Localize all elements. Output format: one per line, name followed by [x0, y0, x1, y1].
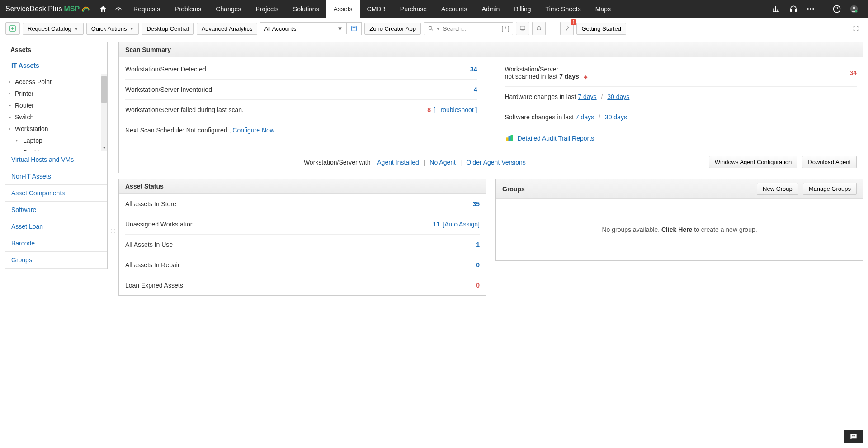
tree-laptop[interactable]: Laptop [5, 135, 107, 146]
svg-rect-27 [510, 135, 513, 141]
getting-started-button[interactable]: Getting Started [576, 23, 626, 35]
nav-billing[interactable]: Billing [507, 0, 538, 18]
windows-agent-config-button[interactable]: Windows Agent Configuration [709, 156, 798, 168]
more-icon[interactable] [802, 0, 819, 18]
status-label: All Assets In Use [125, 241, 476, 248]
sw-7days-link[interactable]: 7 days [576, 113, 594, 121]
scrollbar-down-icon[interactable]: ▾ [101, 145, 107, 151]
nav-requests[interactable]: Requests [126, 0, 167, 18]
summary-value[interactable]: 34 [470, 66, 477, 73]
zoho-creator-button[interactable]: Zoho Creator App [364, 23, 421, 35]
nav-assets[interactable]: Assets [326, 0, 360, 18]
sw-30days-link[interactable]: 30 days [605, 113, 627, 121]
status-value[interactable]: 0 [476, 261, 480, 269]
scrollbar-track[interactable]: ▾ [101, 74, 107, 151]
groups-header: Groups New Group Manage Groups [496, 179, 863, 199]
nav-maps[interactable]: Maps [588, 0, 618, 18]
split-handle[interactable]: ⋮⋮ [111, 42, 115, 301]
scan-summary-header: Scan Summary [119, 42, 863, 57]
accounts-picker-icon[interactable] [346, 23, 361, 34]
tree-desktop[interactable]: Desktop [5, 146, 107, 151]
tree-printer[interactable]: Printer [5, 88, 107, 99]
help-icon[interactable]: ? [828, 0, 845, 18]
advanced-analytics-button[interactable]: Advanced Analytics [197, 23, 258, 35]
nav-problems[interactable]: Problems [167, 0, 208, 18]
hw-changes-row: Hardware changes in last 7 days / 30 day… [505, 93, 857, 100]
caret-down-icon: ▼ [130, 26, 134, 31]
status-value[interactable]: 0 [476, 282, 480, 289]
status-value[interactable]: 11 [433, 221, 440, 228]
notifications-icon-button[interactable] [532, 22, 546, 35]
request-catalog-button[interactable]: Request Catalog▼ [23, 23, 84, 35]
tree-workstation[interactable]: Workstation [5, 123, 107, 135]
download-agent-button[interactable]: Download Agent [802, 156, 857, 168]
hw-7days-link[interactable]: 7 days [578, 93, 596, 100]
tree-switch[interactable]: Switch [5, 111, 107, 123]
scan-icon-button[interactable] [516, 22, 529, 35]
manage-groups-button[interactable]: Manage Groups [803, 183, 857, 195]
nav-admin[interactable]: Admin [475, 0, 507, 18]
gauge-icon[interactable] [111, 0, 126, 18]
caret-down-icon[interactable]: ▼ [436, 26, 440, 31]
older-agent-link[interactable]: Older Agent Versions [466, 159, 526, 166]
new-request-icon-button[interactable] [5, 22, 20, 35]
asset-status-panel: Asset Status All assets In Store35Unassi… [118, 179, 486, 296]
agent-installed-link[interactable]: Agent Installed [377, 159, 419, 166]
sidebar-asset-components[interactable]: Asset Components [5, 185, 107, 202]
sidebar-asset-loan[interactable]: Asset Loan [5, 218, 107, 235]
sidebar-title: Assets [5, 42, 107, 57]
nav-time-sheets[interactable]: Time Sheets [538, 0, 588, 18]
status-row: All assets In Repair0 [125, 255, 480, 275]
caret-down-icon[interactable]: ▼ [333, 25, 346, 32]
create-group-link[interactable]: Click Here [661, 226, 692, 233]
nav-cmdb[interactable]: CMDB [360, 0, 393, 18]
quick-actions-button[interactable]: Quick Actions▼ [86, 23, 139, 35]
sidebar-groups[interactable]: Groups [5, 252, 107, 269]
svg-point-21 [429, 26, 432, 29]
tree-access-point[interactable]: Access Point [5, 76, 107, 88]
not-scanned-value[interactable]: 34 [849, 69, 857, 76]
configure-now-link[interactable]: Configure Now [232, 127, 274, 134]
toolbar-right [849, 22, 863, 35]
status-row: All Assets In Use1 [125, 235, 480, 255]
nav-changes[interactable]: Changes [208, 0, 248, 18]
nav-purchase[interactable]: Purchase [393, 0, 434, 18]
new-group-button[interactable]: New Group [757, 183, 798, 195]
no-agent-link[interactable]: No Agent [429, 159, 456, 166]
sidebar-section-it-assets[interactable]: IT Assets [5, 57, 107, 74]
nav-projects[interactable]: Projects [248, 0, 286, 18]
sidebar-software[interactable]: Software [5, 202, 107, 218]
tree-router[interactable]: Router [5, 99, 107, 111]
desktop-central-button[interactable]: Desktop Central [142, 23, 193, 35]
status-label: Loan Expired Assets [125, 282, 476, 289]
headset-icon[interactable] [785, 0, 802, 18]
pin-icon-button[interactable]: 1 [560, 22, 574, 35]
nav-accounts[interactable]: Accounts [434, 0, 475, 18]
status-value[interactable]: 1 [476, 241, 480, 248]
summary-value[interactable]: 4 [474, 86, 477, 93]
troubleshoot-link[interactable]: [ Troubleshoot ] [434, 106, 477, 113]
status-value[interactable]: 35 [472, 200, 480, 207]
accounts-select-input[interactable] [260, 23, 333, 35]
sidebar-non-it-assets[interactable]: Non-IT Assets [5, 168, 107, 185]
svg-rect-6 [795, 9, 797, 12]
sort-icon[interactable]: ◆ [584, 74, 587, 80]
hw-30days-link[interactable]: 30 days [607, 93, 629, 100]
summary-value[interactable]: 8 [427, 106, 431, 113]
status-label: All assets In Store [125, 200, 472, 207]
search-input[interactable] [441, 23, 500, 35]
nav-solutions[interactable]: Solutions [286, 0, 326, 18]
audit-trail-link[interactable]: Detailed Audit Trail Reports [518, 135, 594, 142]
home-icon[interactable] [95, 0, 111, 18]
sidebar-barcode[interactable]: Barcode [5, 235, 107, 252]
topnav-items: RequestsProblemsChangesProjectsSolutions… [126, 0, 618, 18]
footer-prefix: Workstation/Server with : [304, 159, 374, 166]
profile-icon[interactable] [845, 0, 863, 18]
scrollbar-thumb[interactable] [101, 76, 107, 103]
auto-assign-link[interactable]: [Auto Assign] [443, 221, 480, 228]
expand-icon[interactable] [849, 22, 863, 35]
sidebar-virtual-hosts-and-vms[interactable]: Virtual Hosts and VMs [5, 151, 107, 168]
global-search[interactable]: ▼ [ / ] [424, 22, 514, 35]
reports-icon[interactable] [768, 0, 785, 18]
accounts-select[interactable]: ▼ [260, 22, 362, 35]
